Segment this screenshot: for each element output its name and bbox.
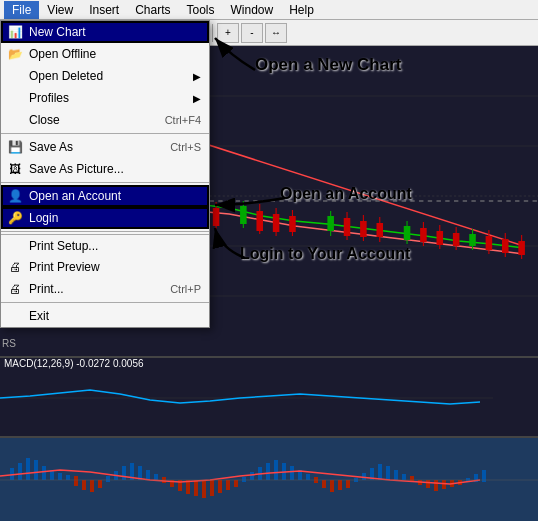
open-deleted-arrow: ▶ [193, 71, 201, 82]
menu-open-offline[interactable]: 📂 Open Offline [1, 43, 209, 65]
menu-new-chart[interactable]: 📊 New Chart [1, 21, 209, 43]
svg-rect-117 [386, 466, 390, 480]
new-chart-icon: 📊 [5, 22, 25, 42]
menu-print[interactable]: 🖨 Print... Ctrl+P [1, 278, 209, 300]
svg-rect-76 [74, 480, 78, 486]
svg-rect-85 [146, 470, 150, 480]
menubar: File View Insert Charts Tools Window Hel… [0, 0, 538, 20]
svg-rect-111 [338, 480, 342, 490]
open-offline-icon: 📂 [5, 44, 25, 64]
annotation-login: Login to Your Account [240, 245, 410, 263]
svg-rect-82 [122, 466, 126, 480]
menu-divider-2 [1, 182, 209, 183]
svg-rect-68 [18, 463, 22, 480]
svg-rect-125 [442, 480, 446, 489]
svg-rect-106 [306, 474, 310, 480]
svg-rect-94 [210, 480, 214, 496]
macd-svg [0, 438, 538, 521]
annotation-open-account: Open an Account [280, 185, 412, 203]
rs-label: RS [0, 338, 18, 349]
svg-rect-98 [242, 477, 246, 482]
svg-rect-74 [66, 475, 70, 480]
svg-rect-114 [362, 473, 366, 480]
svg-rect-118 [394, 470, 398, 480]
toolbar-zoom-in[interactable]: + [217, 23, 239, 43]
save-picture-icon: 🖼 [5, 159, 25, 179]
svg-rect-102 [274, 460, 278, 480]
menu-divider-4 [1, 302, 209, 303]
svg-rect-108 [314, 480, 318, 483]
file-dropdown: 📊 New Chart 📂 Open Offline Open Deleted … [0, 20, 210, 328]
menu-exit[interactable]: Exit [1, 305, 209, 327]
macd-label: MACD(12,26,9) -0.0272 0.0056 [4, 358, 144, 369]
svg-rect-71 [42, 466, 46, 480]
macd-area [0, 436, 538, 521]
svg-rect-124 [434, 480, 438, 491]
menu-print-preview[interactable]: 🖨 Print Preview [1, 256, 209, 278]
account-icon: 👤 [5, 186, 25, 206]
menubar-view[interactable]: View [39, 1, 81, 19]
menu-divider-1 [1, 133, 209, 134]
menu-open-account[interactable]: 👤 Open an Account [1, 185, 209, 207]
svg-rect-99 [250, 472, 254, 480]
svg-rect-86 [154, 474, 158, 480]
profiles-arrow: ▶ [193, 93, 201, 104]
svg-rect-112 [346, 480, 350, 488]
svg-rect-110 [330, 480, 334, 492]
svg-rect-95 [218, 480, 222, 493]
svg-rect-119 [402, 474, 406, 480]
menu-divider-3 [1, 231, 209, 232]
menu-save-picture[interactable]: 🖼 Save As Picture... [1, 158, 209, 180]
svg-rect-78 [90, 480, 94, 492]
toolbar-sep3 [212, 24, 213, 42]
toolbar-scroll[interactable]: ↔ [265, 23, 287, 43]
annotation-new-chart: Open a New Chart [255, 55, 401, 75]
svg-rect-97 [234, 480, 238, 487]
svg-rect-77 [82, 480, 86, 490]
svg-rect-93 [202, 480, 206, 498]
menu-open-deleted[interactable]: Open Deleted ▶ [1, 65, 209, 87]
print-preview-icon: 🖨 [5, 257, 25, 277]
menu-print-setup[interactable]: Print Setup... [1, 234, 209, 256]
toolbar-zoom-out[interactable]: - [241, 23, 263, 43]
menu-login[interactable]: 🔑 Login [1, 207, 209, 229]
menu-save-as[interactable]: 💾 Save As Ctrl+S [1, 136, 209, 158]
login-icon: 🔑 [5, 208, 25, 228]
menubar-file[interactable]: File [4, 1, 39, 19]
svg-rect-70 [34, 460, 38, 480]
rsi-svg [0, 358, 493, 436]
menu-close[interactable]: Close Ctrl+F4 [1, 109, 209, 131]
svg-rect-92 [194, 480, 198, 496]
menubar-tools[interactable]: Tools [179, 1, 223, 19]
svg-rect-69 [26, 458, 30, 480]
svg-rect-73 [58, 473, 62, 480]
menubar-insert[interactable]: Insert [81, 1, 127, 19]
svg-rect-96 [226, 480, 230, 490]
menu-profiles[interactable]: Profiles ▶ [1, 87, 209, 109]
svg-rect-116 [378, 464, 382, 480]
save-as-icon: 💾 [5, 137, 25, 157]
svg-rect-109 [322, 480, 326, 488]
print-icon: 🖨 [5, 279, 25, 299]
svg-rect-104 [290, 466, 294, 480]
menubar-charts[interactable]: Charts [127, 1, 178, 19]
svg-rect-79 [98, 480, 102, 488]
svg-rect-101 [266, 463, 270, 480]
menubar-help[interactable]: Help [281, 1, 322, 19]
svg-rect-123 [426, 480, 430, 488]
svg-rect-80 [106, 476, 110, 482]
menubar-window[interactable]: Window [223, 1, 282, 19]
